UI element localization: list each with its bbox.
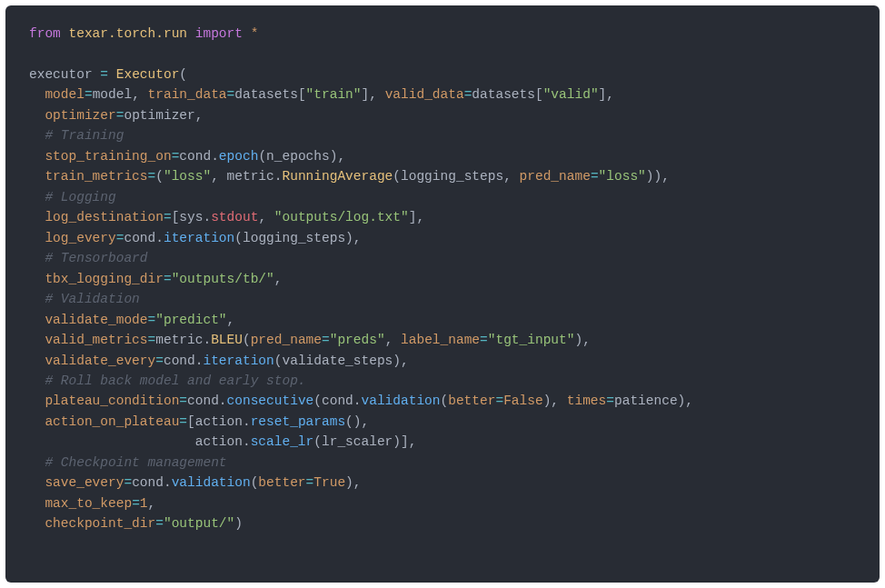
indent — [29, 394, 45, 408]
value: optimizer, — [124, 108, 203, 123]
comment: # Training — [45, 128, 124, 143]
operator-eq: = — [132, 496, 140, 511]
paren-open: ( — [313, 394, 322, 408]
kwarg: stop_training_on — [45, 149, 171, 164]
operator-eq: = — [227, 87, 235, 102]
code-line: model=model, train_data=datasets["train"… — [29, 87, 614, 102]
arg: lr_scaler — [322, 434, 393, 449]
object: action. — [195, 434, 251, 449]
value: datasets[ — [472, 87, 542, 102]
operator-eq: = — [164, 210, 172, 224]
comma: , — [385, 333, 401, 347]
comment: # Validation — [45, 292, 139, 306]
function-call: consecutive — [227, 394, 314, 408]
comma: , — [227, 313, 235, 327]
code-line: plateau_condition=cond.consecutive(cond.… — [29, 394, 693, 408]
kwarg: max_to_keep — [45, 496, 132, 511]
kwarg: validate_mode — [45, 313, 147, 327]
identifier: executor — [29, 67, 100, 82]
operator-eq: = — [591, 169, 599, 184]
keyword-from: from — [29, 26, 61, 41]
object: cond. — [124, 231, 164, 245]
attribute: stdout — [211, 210, 258, 224]
kwarg: log_every — [45, 231, 115, 245]
indent — [29, 87, 45, 102]
kwarg: train_metrics — [45, 169, 147, 184]
comment: # Roll back model and early stop. — [45, 374, 305, 388]
comma: , — [274, 272, 283, 286]
punct: ], — [599, 87, 614, 102]
indent — [29, 231, 45, 245]
kwarg: optimizer — [45, 108, 115, 123]
operator-eq: = — [179, 394, 187, 408]
indent — [29, 516, 45, 531]
indent — [29, 374, 45, 388]
class-name: BLEU — [211, 333, 243, 347]
code-line: action_on_plateau=[action.reset_params()… — [29, 414, 369, 429]
paren-close: ) — [234, 516, 243, 531]
string: "loss" — [164, 169, 211, 184]
code-line: # Training — [29, 128, 124, 143]
class-name: Executor — [116, 67, 180, 82]
object: sys. — [179, 210, 211, 224]
star-glob: * — [251, 26, 259, 41]
function-call: validation — [172, 475, 251, 490]
boolean: True — [313, 475, 345, 490]
paren-close: ), — [330, 149, 345, 164]
code-line: validate_mode="predict", — [29, 313, 234, 327]
arg: logging_steps — [243, 231, 345, 245]
value: model, — [93, 87, 148, 102]
punct: ], — [362, 87, 385, 102]
boolean: False — [503, 394, 543, 408]
indent — [29, 272, 45, 286]
code-line: validate_every=cond.iteration(validate_s… — [29, 354, 409, 368]
kwarg: label_name — [401, 333, 480, 347]
code-line: max_to_keep=1, — [29, 496, 155, 511]
indent — [29, 128, 45, 143]
parens: (), — [345, 414, 369, 429]
operator-eq: = — [495, 394, 503, 408]
operator-eq: = — [85, 87, 93, 102]
indent — [29, 434, 195, 449]
code-line: train_metrics=("loss", metric.RunningAve… — [29, 169, 670, 184]
operator-eq: = — [148, 313, 156, 327]
bracket-open: [ — [187, 414, 195, 429]
string: "outputs/log.txt" — [274, 210, 409, 224]
operator-eq: = — [100, 67, 115, 82]
object: cond. — [164, 354, 204, 368]
paren-open: ( — [243, 333, 251, 347]
string: "valid" — [543, 87, 599, 102]
indent — [29, 455, 45, 470]
indent — [29, 149, 45, 164]
code-line: executor = Executor( — [29, 67, 187, 82]
kwarg: times — [567, 394, 607, 408]
operator-eq: = — [306, 475, 314, 490]
indent — [29, 190, 45, 204]
paren-close: ), — [393, 354, 408, 368]
indent — [29, 475, 45, 490]
kwarg: model — [45, 87, 85, 102]
code-line: # Checkpoint management — [29, 455, 227, 470]
operator-eq: = — [179, 414, 187, 429]
indent — [29, 354, 45, 368]
object: metric. — [155, 333, 211, 347]
string: "train" — [306, 87, 362, 102]
indent — [29, 333, 45, 347]
paren-close: ), — [678, 394, 693, 408]
paren-open: ( — [393, 169, 401, 184]
object: cond. — [132, 475, 172, 490]
string: "predict" — [155, 313, 226, 327]
string: "output/" — [164, 516, 234, 531]
arg: logging_steps, — [401, 169, 520, 184]
paren-open: ( — [441, 394, 449, 408]
indent — [29, 313, 45, 327]
operator-eq: = — [606, 394, 614, 408]
indent — [29, 108, 45, 123]
kwarg: valid_metrics — [45, 333, 147, 347]
operator-eq: = — [322, 333, 330, 347]
object: metric. — [227, 169, 283, 184]
value: datasets[ — [234, 87, 305, 102]
code-line: save_every=cond.validation(better=True), — [29, 475, 362, 490]
string: "loss" — [599, 169, 646, 184]
object: cond. — [179, 149, 219, 164]
